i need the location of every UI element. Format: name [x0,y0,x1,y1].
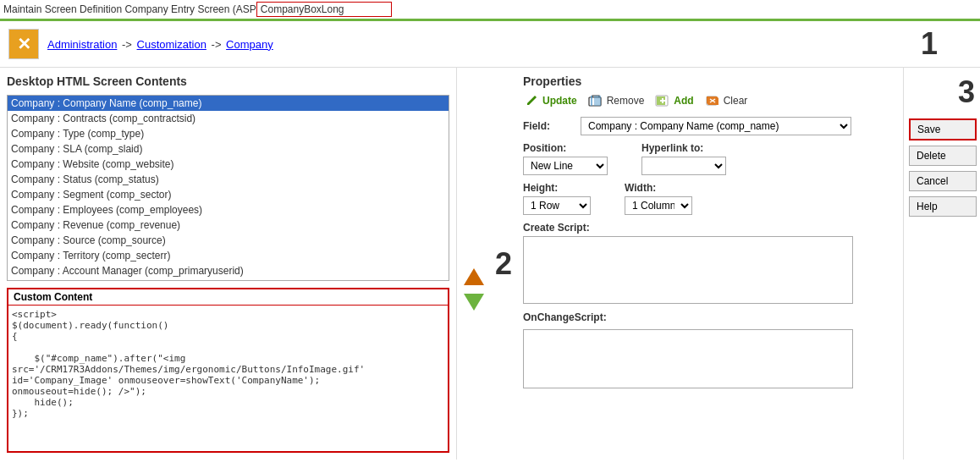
arrow-up-icon[interactable] [464,268,484,285]
list-item[interactable]: Company : Type (comp_type) [8,126,449,141]
list-item[interactable]: Company : Segment (comp_sector) [8,187,449,202]
properties-title: Properties [523,74,896,88]
list-item[interactable]: Company : SLA (comp_slaid) [8,141,449,157]
clear-label: Clear [724,95,748,107]
logo-box: ✕ [8,29,39,59]
clear-button[interactable]: Clear [704,93,748,108]
position-select[interactable]: New Line [523,157,608,175]
field-list-items: Company : Company Name (comp_name)Compan… [8,96,449,281]
update-label: Update [542,95,577,107]
help-button[interactable]: Help [909,196,977,217]
arrow-down-icon[interactable] [464,294,484,311]
breadcrumb-arrow-1: -> [122,38,132,51]
breadcrumb-customization[interactable]: Customization [137,38,206,51]
step-2-area: 2 [491,68,516,460]
create-script-label: Create Script: [523,222,896,234]
remove-button[interactable]: Remove [587,93,645,108]
add-icon [654,93,671,108]
svg-rect-2 [594,96,601,106]
hyperlink-select[interactable] [641,157,726,175]
create-script-textarea[interactable] [523,236,853,304]
width-select[interactable]: 1 Column [625,196,692,215]
list-item[interactable]: Company : Status (comp_status) [8,172,449,187]
main-content: Desktop HTML Screen Contents Company : C… [0,68,980,460]
list-item[interactable]: Company : Territory (comp_secterr) [8,248,449,263]
list-item[interactable]: Company : Contracts (comp_contractsid) [8,111,449,126]
properties-panel: Properties Update Remove Add Clear Field… [516,68,904,460]
clear-icon [704,93,721,108]
list-item[interactable]: Company : Account Manager (comp_primaryu… [8,263,449,278]
delete-button[interactable]: Delete [909,146,977,166]
hyperlink-col: Hyperlink to: [641,142,726,175]
custom-content-textarea[interactable] [8,306,448,451]
cancel-button[interactable]: Cancel [909,171,977,191]
position-col: Position: New Line [523,142,608,175]
left-panel-title: Desktop HTML Screen Contents [7,74,449,88]
custom-content-box: Custom Content [7,288,449,453]
action-panel: 3 Save Delete Cancel Help [904,68,980,460]
header-row: ✕ Administration -> Customization -> Com… [0,21,980,68]
create-script-section: Create Script: [523,222,896,306]
height-select[interactable]: 1 Row [523,196,591,215]
middle-arrows [457,68,491,460]
step-number-3: 3 [909,74,975,110]
props-toolbar: Update Remove Add Clear [523,93,896,108]
list-item[interactable]: Company : Revenue (comp_revenue) [8,217,449,233]
left-panel: Desktop HTML Screen Contents Company : C… [0,68,457,460]
width-label: Width: [625,182,692,194]
add-label: Add [674,95,693,107]
pencil-icon [523,93,540,108]
list-item[interactable]: Company : Mail Restriction (comp_mailres… [8,278,449,281]
list-item[interactable]: Company : Website (comp_website) [8,157,449,172]
title-bar-input[interactable] [256,2,392,17]
custom-content-title: Custom Content [8,289,448,306]
title-bar: Maintain Screen Definition Company Entry… [0,0,980,21]
field-list[interactable]: Company : Company Name (comp_name)Compan… [7,95,449,281]
position-hyperlink-row: Position: New Line Hyperlink to: [523,142,896,175]
list-item[interactable]: Company : Source (comp_source) [8,233,449,248]
hyperlink-label: Hyperlink to: [641,142,726,154]
position-label: Position: [523,142,608,154]
save-button[interactable]: Save [909,118,977,140]
height-col: Height: 1 Row [523,182,591,215]
step-number-1: 1 [921,26,938,62]
list-item[interactable]: Company : Employees (comp_employees) [8,202,449,217]
onchange-script-label: OnChangeScript: [523,311,896,323]
field-row: Field: Company : Company Name (comp_name… [523,117,896,135]
height-width-row: Height: 1 Row Width: 1 Column [523,182,896,215]
field-label: Field: [523,120,574,132]
add-button[interactable]: Add [654,93,693,108]
update-button[interactable]: Update [523,93,577,108]
title-bar-text: Maintain Screen Definition Company Entry… [3,3,256,15]
field-select[interactable]: Company : Company Name (comp_name) [581,117,851,135]
onchange-script-textarea[interactable] [523,329,853,388]
onchange-script-section: OnChangeScript: [523,311,896,391]
breadcrumb-arrow-2: -> [212,38,222,51]
remove-icon [587,93,604,108]
svg-rect-1 [591,96,592,106]
logo-icon: ✕ [17,34,31,54]
list-item[interactable]: Company : Company Name (comp_name) [8,96,449,111]
width-col: Width: 1 Column [625,182,692,215]
step-number-2: 2 [495,246,512,282]
breadcrumb-company[interactable]: Company [226,38,273,51]
breadcrumb: Administration -> Customization -> Compa… [47,38,273,51]
height-label: Height: [523,182,591,194]
remove-label: Remove [607,95,645,107]
breadcrumb-admin[interactable]: Administration [47,38,117,51]
